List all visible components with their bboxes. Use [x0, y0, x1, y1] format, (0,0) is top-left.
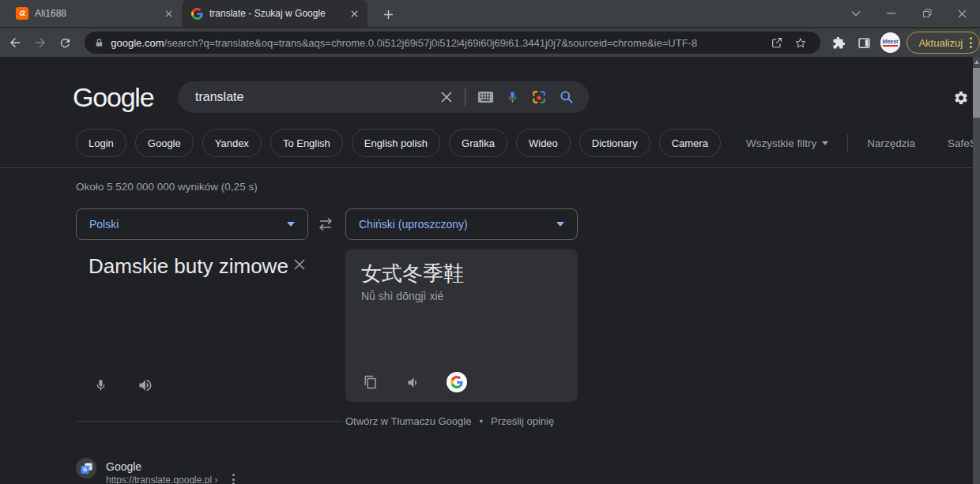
scrollbar-up-arrow[interactable] — [973, 60, 980, 66]
search-divider — [465, 88, 466, 107]
chip-yandex[interactable]: Yandex — [202, 129, 262, 157]
tab-google-search[interactable]: translate - Szukaj w Google — [182, 0, 368, 27]
window-controls — [838, 0, 980, 27]
transliteration-text: Nǚ shì dōngjì xié — [361, 290, 562, 302]
update-label: Aktualizuj — [918, 37, 963, 49]
translation-result-card: 女式冬季鞋 Nǚ shì dōngjì xié — [345, 250, 578, 402]
listen-source-icon[interactable] — [136, 376, 155, 395]
source-language-select[interactable]: Polski — [76, 208, 308, 240]
translator-footer-divider — [76, 421, 342, 422]
keyboard-icon[interactable] — [477, 91, 494, 103]
result-breadcrumb[interactable]: https://translate.google.pl › — [106, 475, 217, 484]
tab-ali1688[interactable]: Ali1688 — [6, 0, 182, 27]
google-favicon-icon — [191, 8, 203, 20]
search-filter-chips: Login Google Yandex To English English p… — [76, 129, 980, 157]
google-search-page: Google — [0, 57, 980, 484]
bookmark-star-icon[interactable] — [790, 32, 811, 53]
minimize-button[interactable] — [873, 0, 909, 27]
share-icon[interactable] — [767, 32, 787, 53]
chip-google[interactable]: Google — [135, 129, 194, 157]
chip-wideo[interactable]: Wideo — [516, 129, 571, 157]
browser-window: Ali1688 translate - Szukaj w Google — [0, 0, 980, 484]
chip-to-english[interactable]: To English — [270, 129, 343, 157]
browser-menu-icon[interactable] — [970, 37, 972, 48]
toolbar: google.com/search?q=translate&oq=trans&a… — [0, 28, 980, 57]
profile-avatar[interactable]: Meest — [880, 32, 901, 53]
translator-footer-links: Otwórz w Tłumaczu Google • Prześlij opin… — [345, 415, 578, 427]
url-text: google.com/search?q=translate&oq=trans&a… — [111, 37, 763, 49]
reload-button[interactable] — [54, 31, 77, 54]
tab-title: translate - Szukaj w Google — [209, 8, 341, 19]
quick-settings-gear-icon[interactable] — [952, 88, 971, 107]
result-site-name[interactable]: Google — [106, 460, 141, 473]
maximize-restore-button[interactable] — [909, 0, 944, 27]
svg-text:G: G — [82, 467, 86, 472]
search-box[interactable] — [178, 81, 589, 113]
scrollbar-thumb[interactable] — [973, 68, 980, 118]
chevron-down-icon — [287, 222, 295, 227]
google-attribution-icon[interactable] — [447, 372, 467, 392]
page-scrollbar[interactable] — [973, 57, 980, 484]
back-button[interactable] — [3, 31, 27, 54]
tab-close-icon[interactable] — [161, 6, 175, 21]
clear-search-icon[interactable] — [440, 91, 453, 103]
header-divider — [0, 167, 980, 168]
source-text-area[interactable]: Damskie buty zimowe — [89, 252, 296, 281]
google-logo[interactable]: Google — [73, 82, 153, 113]
url-domain: google.com — [111, 37, 164, 49]
search-submit-icon[interactable] — [559, 89, 575, 105]
translate-favicon-icon: 文G — [76, 458, 96, 478]
chip-grafika[interactable]: Grafika — [449, 129, 507, 157]
chip-dictionary[interactable]: Dictionary — [579, 129, 650, 157]
titlebar: Ali1688 translate - Szukaj w Google — [0, 0, 980, 27]
chevron-down-icon — [822, 141, 828, 145]
url-path: /search?q=translate&oq=trans&aqs=chrome.… — [164, 37, 698, 49]
swap-languages-icon[interactable] — [315, 215, 337, 234]
tab-title: Ali1688 — [35, 8, 155, 19]
address-bar[interactable]: google.com/search?q=translate&oq=trans&a… — [85, 32, 820, 54]
clear-source-text-icon[interactable] — [291, 256, 308, 273]
tab-search-icon[interactable] — [838, 0, 873, 27]
google-lens-icon[interactable] — [531, 89, 547, 105]
new-tab-button[interactable] — [378, 4, 398, 24]
tab-close-icon[interactable] — [347, 6, 361, 21]
forward-button[interactable] — [28, 31, 52, 54]
filters-divider — [847, 134, 848, 152]
source-audio-controls — [91, 376, 155, 395]
result-options-icon[interactable] — [232, 474, 235, 484]
copy-translation-icon[interactable] — [361, 373, 380, 392]
close-window-button[interactable] — [944, 0, 980, 27]
chip-english-polish[interactable]: English polish — [352, 129, 440, 157]
chevron-down-icon — [556, 222, 564, 227]
microphone-icon[interactable] — [91, 376, 110, 395]
extensions-icon[interactable] — [828, 32, 850, 54]
dot-separator: • — [479, 415, 483, 427]
open-in-translate-link[interactable]: Otwórz w Tłumaczu Google — [345, 415, 471, 427]
ali1688-favicon-icon — [16, 7, 28, 20]
chip-login[interactable]: Login — [76, 129, 126, 157]
chip-camera[interactable]: Camera — [659, 129, 721, 157]
tools-button[interactable]: Narzędzia — [867, 137, 915, 149]
target-language-select[interactable]: Chiński (uproszczony) — [345, 208, 578, 240]
tabstrip: Ali1688 translate - Szukaj w Google — [6, 0, 368, 27]
voice-search-icon[interactable] — [506, 88, 519, 106]
lock-icon[interactable] — [94, 38, 104, 48]
result-stats: Około 5 520 000 000 wyników (0,25 s) — [76, 181, 258, 193]
listen-translation-icon[interactable] — [404, 373, 423, 392]
search-input[interactable] — [195, 90, 440, 104]
all-filters-dropdown[interactable]: Wszystkie filtry — [746, 137, 828, 149]
update-chrome-button[interactable]: Aktualizuj — [906, 32, 980, 54]
send-feedback-link[interactable]: Prześlij opinię — [491, 415, 554, 427]
side-panel-icon[interactable] — [854, 32, 876, 54]
profile-logo: Meest — [883, 39, 899, 47]
translated-text: 女式冬季鞋 — [361, 261, 562, 286]
